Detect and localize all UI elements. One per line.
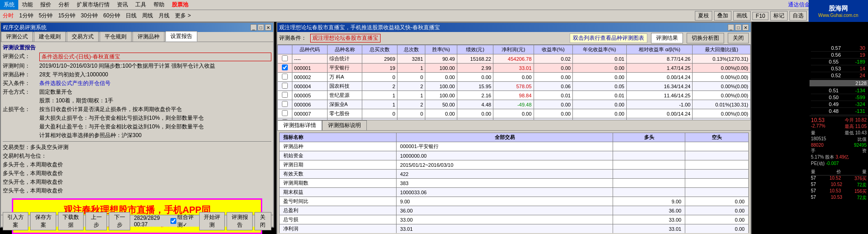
rp-maximize[interactable]: □ <box>735 24 741 31</box>
rp-close[interactable]: ✕ <box>742 24 749 31</box>
td-code: 000005 <box>292 91 327 100</box>
footer-combo-eval: 组合评测✓ <box>170 213 197 229</box>
checkbox-combo[interactable] <box>170 218 176 224</box>
rp-minimize[interactable]: _ <box>728 24 734 31</box>
field-time-label: 评测时间： <box>3 62 39 70</box>
btn-switch-analysis[interactable]: 切换分析图 <box>687 33 724 43</box>
tab-indicator-desc[interactable]: 评测指标说明 <box>322 120 367 130</box>
timing-60m[interactable]: 60分钟 <box>101 11 123 21</box>
timing-fen[interactable]: 分时 <box>0 11 16 21</box>
field-ref-value: 计算相对收益率选择的参照品种：沪深300 <box>39 132 271 139</box>
td-total-buy: 1 <box>362 100 397 109</box>
timing-daily[interactable]: 日线 <box>123 11 139 21</box>
td-yield: 0.00 <box>534 109 573 118</box>
timing-weekly[interactable]: 周线 <box>139 11 156 21</box>
current-price: 10.53 <box>811 117 825 123</box>
menu-system[interactable]: 系统 <box>0 0 18 10</box>
dtr-short: 0.00 <box>685 206 749 215</box>
stock-price-rows: 0.57 30 0.56 19 0.55 -189 0.53 14 0.52 <box>810 44 868 80</box>
tab-close[interactable]: 平仓规则 <box>100 32 132 42</box>
menu-help[interactable]: 帮助 <box>150 0 168 10</box>
td-checkbox <box>278 73 292 82</box>
btn-save-plan[interactable]: 保存方案 <box>30 212 56 230</box>
dtr-name: 评测周期数 <box>280 179 397 188</box>
stock-row-5: 0.52 24 <box>811 72 867 79</box>
dtr-name: 总亏损 <box>280 215 397 224</box>
menu-expand[interactable]: 扩展市场行情 <box>73 0 113 10</box>
field-open-value: 固定数量开仓 <box>39 88 271 96</box>
dtr-long: 33.01 <box>613 224 685 234</box>
td-drawdown: 0.00%(0.00) <box>693 73 751 82</box>
detail-content: 指标名称 全部交易 多头 空头 评测品种 000001-平安银行 初始资金 10… <box>277 131 751 234</box>
dtr-name: 评测日期 <box>280 160 397 170</box>
menu-quote[interactable]: 报价 <box>37 0 55 10</box>
btn-xiazhi[interactable]: 夏枝 <box>695 11 712 21</box>
timing-more[interactable]: 更多 > <box>172 11 193 21</box>
td-yield: 0.06 <box>534 82 573 91</box>
btn-watchlist[interactable]: 自选 <box>789 11 807 21</box>
close-btn[interactable]: ✕ <box>265 24 271 31</box>
th-total-buy: 总买次数 <box>362 45 397 54</box>
td-name: 万 科A <box>327 73 362 82</box>
tab-formula[interactable]: 评测公式 <box>1 32 33 42</box>
left-panel-title: 程序交易评测系统 <box>3 24 47 32</box>
tab-indicator-detail[interactable]: 评测指标详情 <box>277 120 322 130</box>
timing-15m[interactable]: 15分钟 <box>55 11 78 21</box>
pe-row: PE(动) -0.007 <box>811 160 867 167</box>
tab-eval-result[interactable]: 评测结果 <box>651 33 683 43</box>
btn-mark[interactable]: 标记 <box>770 11 788 21</box>
left-panel: 程序交易评测系统 _ □ ✕ 评测公式 建仓规则 交易方式 平仓规则 评测品种 … <box>0 22 274 228</box>
btn-start-eval[interactable]: 开始评测 <box>199 212 225 230</box>
btn-next[interactable]: 下一步 <box>109 212 130 230</box>
menu-tools[interactable]: 工具 <box>132 0 150 10</box>
stock-row-6: 0.51 -134 <box>811 87 867 94</box>
td-total-buy: 0 <box>362 73 397 82</box>
th-net-profit: 净利润(元) <box>493 45 534 54</box>
btn-prev[interactable]: 上一步 <box>85 212 107 230</box>
td-drawdown: 0.00%(0.00) <box>693 64 751 73</box>
th-annual: 年化收益率(%) <box>573 45 627 54</box>
btn-diejiha[interactable]: 叠加 <box>714 11 731 21</box>
timing-monthly[interactable]: 月线 <box>156 11 172 21</box>
btn-eval-report[interactable]: 评测报告 <box>227 212 252 230</box>
td-perf: 2.16 <box>457 91 493 100</box>
dtr-all: 1000000.00 <box>396 151 613 160</box>
btn-close-left[interactable]: 关闭 <box>254 212 271 230</box>
menu-function[interactable]: 功能 <box>18 0 37 10</box>
maximize-btn[interactable]: □ <box>258 24 264 31</box>
tab-variety[interactable]: 评测品种 <box>132 32 164 42</box>
dtr-name: 总盈利 <box>280 206 397 215</box>
btn-close-right[interactable]: 关闭 <box>728 33 749 43</box>
td-perf: 4.48 <box>457 100 493 109</box>
timing-30m[interactable]: 30分钟 <box>78 11 101 21</box>
td-checkbox <box>278 109 292 118</box>
field-trade-timing: 交易时机与仓位： <box>3 152 271 160</box>
th-code: 品种代码 <box>292 45 327 54</box>
tab-trade[interactable]: 交易方式 <box>67 32 99 42</box>
menu-analysis[interactable]: 分析 <box>55 0 73 10</box>
trade-timing-value: 交易时机与仓位： <box>3 152 271 160</box>
btn-draw[interactable]: 画线 <box>733 11 751 21</box>
td-annual: 0.01 <box>573 54 627 64</box>
tab-position[interactable]: 建仓规则 <box>34 32 66 42</box>
field-maxloss-value: 最大损失止损平仓：与开仓资金相比亏损达到10%，则全部数量平仓 <box>39 114 271 122</box>
stock-row-3: 0.55 -189 <box>811 58 867 65</box>
dtr-long <box>613 179 685 188</box>
field-timing-1: 多头开仓，本周期收盘价 <box>3 161 271 169</box>
minimize-btn[interactable]: _ <box>250 24 257 31</box>
btn-download[interactable]: 下载数据 <box>58 212 84 230</box>
timing-5m[interactable]: 5分钟 <box>36 11 56 21</box>
menu-stockpool[interactable]: 股票池 <box>168 0 192 10</box>
trade-header: 量 价 量 <box>811 169 867 176</box>
td-name: 世纪星源 <box>327 91 362 100</box>
th-drawdown: 最大回撤比(值) <box>693 45 751 54</box>
field-variety-label: 评测品种： <box>3 71 39 79</box>
timing-1m[interactable]: 1分钟 <box>16 11 36 21</box>
btn-import[interactable]: 引入方案 <box>3 212 28 230</box>
field-time: 评测时间： 2019/01/10~2016/03/10 间隔步数:100个数据用… <box>3 62 271 70</box>
tab-settings[interactable]: 设置报告 <box>165 31 197 42</box>
menu-info[interactable]: 资讯 <box>113 0 132 10</box>
td-drawdown: 0.13%(1270.31) <box>693 54 751 64</box>
eval-table-scroll[interactable]: 品种代码 品种名称 总买次数 总次数 胜率(%) 绩效(元) 净利润(元) 收益… <box>277 45 751 120</box>
btn-f10[interactable]: F10 <box>752 12 768 20</box>
